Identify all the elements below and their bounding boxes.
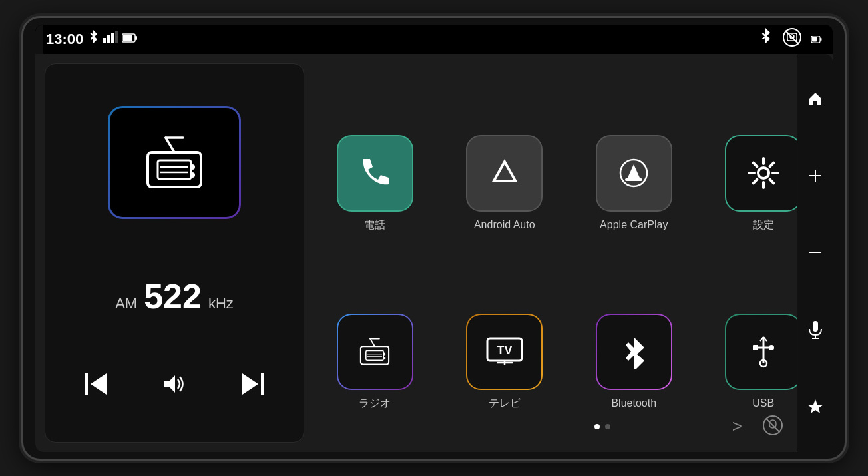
svg-rect-22 xyxy=(85,373,88,395)
svg-rect-47 xyxy=(753,345,758,350)
svg-marker-30 xyxy=(628,164,640,178)
status-bar: 13:00 xyxy=(35,25,833,54)
dot-1 xyxy=(594,424,600,429)
voice-button[interactable] xyxy=(802,316,829,343)
svg-rect-0 xyxy=(103,38,106,43)
svg-rect-12 xyxy=(820,38,822,41)
next-button[interactable] xyxy=(240,373,264,400)
playback-controls xyxy=(59,373,290,400)
no-mic-icon xyxy=(762,415,783,439)
tv-label: テレビ xyxy=(489,397,521,411)
svg-rect-13 xyxy=(812,37,817,42)
pagination-dots xyxy=(594,424,610,429)
app-bluetooth[interactable]: Bluetooth xyxy=(574,242,694,411)
svg-marker-24 xyxy=(164,375,175,393)
svg-rect-14 xyxy=(148,152,201,187)
svg-text:TV: TV xyxy=(497,344,512,357)
main-area: AM 522 kHz xyxy=(35,54,833,452)
svg-point-32 xyxy=(758,168,769,178)
freq-band: AM xyxy=(115,295,137,312)
bluetooth-top-icon xyxy=(758,28,773,50)
volume-button[interactable] xyxy=(162,374,187,399)
dot-2 xyxy=(605,424,610,429)
svg-rect-25 xyxy=(261,373,264,395)
freq-number: 522 xyxy=(144,276,202,316)
next-page-icon[interactable]: > xyxy=(732,416,742,437)
settings-icon-box xyxy=(725,135,801,212)
usb-label: USB xyxy=(752,397,774,411)
app-carplay[interactable]: Apple CarPlay xyxy=(574,63,694,232)
svg-rect-57 xyxy=(813,321,818,332)
freq-unit: kHz xyxy=(208,295,234,312)
radio-svg-icon xyxy=(138,132,211,192)
svg-rect-56 xyxy=(809,252,821,253)
svg-marker-23 xyxy=(91,373,107,395)
radio-panel: AM 522 kHz xyxy=(45,63,304,443)
app-tv[interactable]: TV テレビ xyxy=(445,242,565,411)
carplay-label: Apple CarPlay xyxy=(600,218,668,232)
bluetooth-icon-box xyxy=(596,314,672,390)
main-screen: 13:00 xyxy=(35,25,833,452)
status-left: 13:00 xyxy=(46,30,138,48)
svg-rect-34 xyxy=(366,351,383,361)
svg-point-37 xyxy=(383,353,385,356)
bottom-icons: > xyxy=(732,415,783,439)
clock: 13:00 xyxy=(46,31,83,48)
bottom-bar: > xyxy=(315,411,823,443)
svg-rect-33 xyxy=(361,346,389,364)
side-rail xyxy=(797,54,833,452)
svg-rect-2 xyxy=(111,33,114,43)
bluetooth-label: Bluetooth xyxy=(611,397,656,411)
home-button[interactable] xyxy=(802,85,829,112)
svg-line-53 xyxy=(766,419,779,432)
frequency-display: AM 522 kHz xyxy=(115,276,234,316)
android-auto-label: Android Auto xyxy=(474,218,535,232)
svg-marker-26 xyxy=(242,373,258,395)
no-camera-icon xyxy=(782,27,802,51)
app-radio[interactable]: ラジオ xyxy=(315,242,435,411)
app-grid-panel: 電話 Android Auto xyxy=(315,54,833,452)
status-right xyxy=(758,27,822,51)
app-grid: 電話 Android Auto xyxy=(315,63,823,411)
radio-label: ラジオ xyxy=(359,397,391,411)
svg-rect-5 xyxy=(135,36,137,40)
signal-icon xyxy=(103,31,118,47)
bluetooth-status-icon xyxy=(87,30,99,48)
app-phone[interactable]: 電話 xyxy=(315,63,435,232)
svg-point-19 xyxy=(190,172,195,178)
radio-icon-box[interactable] xyxy=(108,106,241,219)
zoom-out-button[interactable] xyxy=(802,239,829,266)
svg-rect-6 xyxy=(123,35,132,41)
svg-point-38 xyxy=(383,357,385,359)
prev-button[interactable] xyxy=(85,373,109,400)
svg-line-35 xyxy=(370,339,375,347)
settings-label: 設定 xyxy=(753,218,774,232)
zoom-in-button[interactable] xyxy=(802,162,829,189)
phone-icon-box xyxy=(337,135,413,212)
svg-point-48 xyxy=(769,345,774,350)
tv-icon-box: TV xyxy=(466,314,542,390)
svg-marker-60 xyxy=(807,399,823,413)
favorites-button[interactable] xyxy=(802,393,829,420)
android-icon-box xyxy=(466,135,542,212)
svg-line-16 xyxy=(166,138,174,152)
battery-status-icon xyxy=(122,32,138,46)
svg-rect-1 xyxy=(107,35,110,43)
car-head-unit: 13:00 xyxy=(21,16,847,461)
svg-point-18 xyxy=(190,164,195,170)
svg-rect-3 xyxy=(115,31,118,43)
usb-icon-box xyxy=(725,314,801,390)
svg-rect-55 xyxy=(809,175,821,176)
small-battery-icon xyxy=(811,32,822,46)
app-android-auto[interactable]: Android Auto xyxy=(445,63,565,232)
svg-rect-31 xyxy=(625,178,642,181)
svg-rect-15 xyxy=(158,160,191,179)
radio-icon-box-grid xyxy=(337,314,413,390)
carplay-icon-box xyxy=(596,135,672,212)
phone-label: 電話 xyxy=(364,218,385,232)
